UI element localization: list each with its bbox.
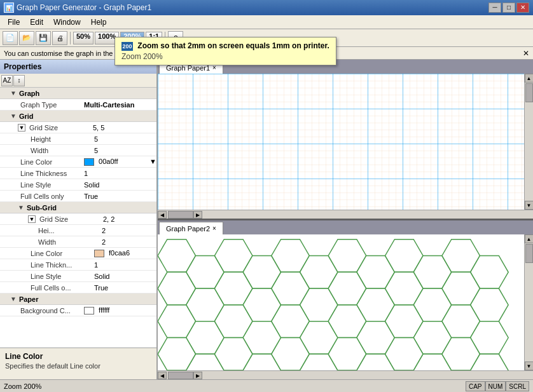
lower-horizontal-scrollbar[interactable]: ◀ ▶	[158, 370, 533, 379]
grid-size-value: 5, 5	[90, 124, 156, 132]
subgrid-size-expand[interactable]: ▼	[28, 215, 36, 223]
subgrid-width-row: Width 2	[0, 236, 156, 248]
grid-color-dropdown-icon[interactable]: ▼	[149, 158, 156, 165]
grid-height-label: Height	[28, 135, 92, 143]
grid-width-row: Width 5	[0, 145, 156, 156]
upper-scroll-track[interactable]	[525, 83, 534, 201]
grid-width-label: Width	[28, 147, 92, 154]
lower-panel: Graph Paper2 × ▲ ▼	[158, 220, 533, 379]
zoom-50-button[interactable]: 50%	[73, 32, 93, 44]
lower-scroll-up[interactable]: ▲	[525, 234, 534, 243]
grid-linecolor-value: 00a0ff ▼	[81, 158, 156, 166]
grid-linestyle-row: Line Style Solid	[0, 179, 156, 191]
lower-scroll-thumb[interactable]	[525, 244, 533, 263]
maximize-button[interactable]: □	[502, 3, 515, 13]
menu-bar: File Edit Window Help	[0, 15, 533, 29]
subgrid-height-label: Hei...	[36, 227, 99, 234]
save-button[interactable]: 💾	[36, 31, 51, 45]
subgrid-width-value: 2	[99, 238, 156, 246]
prop-info-title: Line Color	[5, 352, 151, 361]
tab-graph-paper2-close[interactable]: ×	[212, 225, 216, 232]
subgrid-expand-icon: ▼	[18, 204, 24, 211]
upper-scroll-up[interactable]: ▲	[525, 74, 534, 83]
grid-expand-icon: ▼	[10, 112, 17, 119]
title-bar: 📊 Graph Paper Generator - Graph Paper1 ─…	[0, 0, 533, 15]
grid-height-row: Height 5	[0, 133, 156, 145]
grid-section-header[interactable]: ▼ Grid	[0, 111, 156, 122]
paper-section-header[interactable]: ▼ Paper	[0, 294, 156, 305]
paper-color-swatch[interactable]	[84, 307, 94, 314]
upper-scroll-thumb[interactable]	[525, 83, 533, 102]
lower-scroll-right[interactable]: ▶	[193, 372, 202, 379]
props-sort-alpha-button[interactable]: AZ	[1, 75, 13, 86]
app-icon: 📊	[4, 3, 14, 13]
upper-scroll-left[interactable]: ◀	[158, 211, 167, 219]
toolbar-separator-1	[70, 32, 71, 44]
subgrid-section-header[interactable]: ▼ Sub-Grid	[0, 202, 156, 213]
subgrid-color-swatch[interactable]	[94, 250, 104, 257]
subgrid-linestyle-label: Line Style	[28, 273, 92, 280]
grid-size-label: Grid Size	[27, 124, 90, 132]
upper-scroll-h-thumb[interactable]	[168, 211, 193, 219]
lower-scroll-down[interactable]: ▼	[525, 362, 534, 370]
grid-linestyle-value: Solid	[81, 181, 156, 189]
upper-tab-content: ▲ ▼	[158, 74, 533, 210]
grid-fullcells-row: Full Cells only True	[0, 191, 156, 202]
lower-scroll-track[interactable]	[525, 243, 534, 362]
lower-graph-area[interactable]	[158, 234, 524, 370]
properties-panel: Properties AZ ↕ ▼ Graph Graph Type Multi…	[0, 60, 158, 379]
tooltip-icon: 200	[121, 42, 133, 51]
grid-linecolor-row: Line Color 00a0ff ▼	[0, 156, 156, 168]
info-close-button[interactable]: ✕	[523, 49, 529, 58]
subgrid-linecolor-label: Line Color	[28, 250, 92, 257]
subgrid-width-label: Width	[36, 238, 99, 246]
tooltip: 200 Zoom so that 2mm on screen equals 1m…	[114, 37, 336, 65]
svg-rect-1	[158, 74, 524, 210]
menu-window[interactable]: Window	[48, 17, 86, 28]
status-cap: CAP	[466, 381, 485, 391]
print-button[interactable]: 🖨	[52, 31, 67, 45]
status-bar: Zoom 200% CAP NUM SCRL	[0, 379, 533, 392]
subgrid-linecolor-row: Line Color f0caa6	[0, 248, 156, 259]
grid-section-label: Grid	[19, 112, 34, 120]
subgrid-linestyle-row: Line Style Solid	[0, 271, 156, 282]
status-scrl: SCRL	[506, 381, 529, 391]
upper-scroll-down[interactable]: ▼	[525, 201, 534, 210]
upper-panel: Graph Paper1 ×	[158, 60, 533, 220]
upper-vertical-scrollbar[interactable]: ▲ ▼	[524, 74, 533, 210]
upper-scroll-right[interactable]: ▶	[193, 211, 202, 219]
subgrid-fullcells-row: Full Cells o... True	[0, 282, 156, 294]
grid-fullcells-label: Full Cells only	[18, 193, 81, 200]
new-button[interactable]: 📄	[3, 31, 18, 45]
graph-type-row: Graph Type Multi-Cartesian	[0, 99, 156, 111]
title-bar-controls[interactable]: ─ □ ✕	[488, 3, 529, 13]
graph-type-value: Multi-Cartesian	[81, 101, 156, 109]
menu-edit[interactable]: Edit	[25, 17, 48, 28]
upper-graph-area[interactable]	[158, 74, 524, 210]
grid-linestyle-label: Line Style	[18, 181, 81, 189]
close-button[interactable]: ✕	[516, 3, 529, 13]
grid-color-swatch[interactable]	[84, 158, 94, 166]
lower-scroll-h-thumb[interactable]	[168, 372, 193, 379]
graph-section-header[interactable]: ▼ Graph	[0, 88, 156, 99]
minimize-button[interactable]: ─	[488, 3, 501, 13]
menu-help[interactable]: Help	[86, 17, 112, 28]
props-sort-num-button[interactable]: ↕	[13, 75, 25, 86]
subgrid-fullcells-label: Full Cells o...	[28, 284, 92, 292]
subgrid-size-row: ▼ Grid Size 2, 2	[0, 213, 156, 225]
tab-graph-paper2[interactable]: Graph Paper2 ×	[159, 222, 223, 234]
menu-file[interactable]: File	[3, 17, 25, 28]
tab-graph-paper2-label: Graph Paper2	[166, 225, 210, 233]
lower-tab-content: ▲ ▼	[158, 234, 533, 370]
upper-horizontal-scrollbar[interactable]: ◀ ▶	[158, 210, 533, 219]
lower-scroll-left[interactable]: ◀	[158, 372, 167, 379]
lower-vertical-scrollbar[interactable]: ▲ ▼	[524, 234, 533, 370]
main-layout: Properties AZ ↕ ▼ Graph Graph Type Multi…	[0, 60, 533, 379]
lower-grid-svg	[158, 234, 524, 370]
subgrid-linethickness-label: Line Thickn...	[28, 261, 92, 269]
upper-grid-svg	[158, 74, 524, 210]
paper-section-label: Paper	[19, 295, 39, 303]
grid-linethickness-value: 1	[81, 170, 156, 177]
open-button[interactable]: 📂	[19, 31, 34, 45]
grid-size-expand[interactable]: ▼	[18, 124, 25, 132]
